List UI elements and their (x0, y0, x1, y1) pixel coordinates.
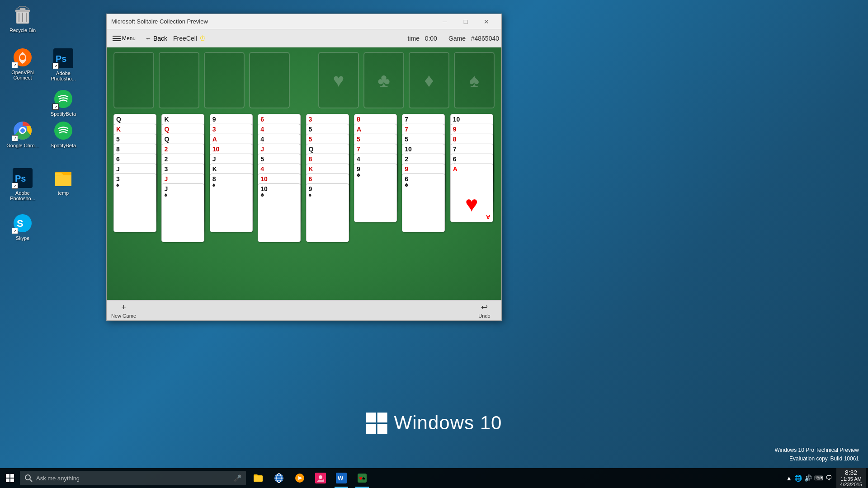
desktop-icon-skype[interactable]: S ↗ Skype (5, 212, 41, 241)
search-icon (24, 474, 33, 482)
card-columns: Q♠ K♥ 5♠ 8♣ 6♠ J♣ (111, 114, 497, 245)
clock-datestr: 4/23/2015 (840, 482, 862, 487)
spotifybeta-label: SpotifyBeta (51, 143, 76, 148)
desktop-icon-chrome[interactable]: ↗ Google Chro... (5, 120, 41, 148)
new-game-button[interactable]: + New Game (111, 303, 136, 319)
back-button[interactable]: ← Back (142, 33, 171, 43)
free-slot-2[interactable] (159, 52, 199, 108)
foundation-clubs[interactable]: ♣ (363, 52, 404, 108)
tray-volume[interactable]: 🔊 (804, 474, 812, 482)
tray-keyboard[interactable]: ⌨ (814, 474, 823, 482)
window-title: Microsoft Solitaire Collection Preview (111, 18, 434, 25)
desktop-icon-adobe2[interactable]: Ps ↗ Adobe Photosho... (5, 167, 41, 201)
adobe2-label: Adobe Photosho... (5, 190, 41, 201)
start-button[interactable] (0, 468, 20, 488)
taskbar-solitaire[interactable]: ♥ ♠ (352, 468, 372, 488)
win10-build-line2: Evaluation copy. Build 10061 (774, 455, 859, 463)
tray-icons: ▲ 🌐 🔊 ⌨ 🗨 (783, 474, 834, 482)
tray-notification[interactable]: 🗨 (826, 474, 832, 482)
tray-arrow[interactable]: ▲ (786, 474, 792, 482)
maximize-icon: □ (464, 18, 467, 25)
free-slot-1[interactable] (113, 52, 154, 108)
close-button[interactable]: ✕ (476, 14, 497, 29)
shortcut-arrow: ↗ (12, 62, 18, 68)
temp-label: temp (58, 190, 69, 196)
game-area: ♥ ♣ ♦ ♠ Q♠ K♥ 5♠ (107, 47, 501, 300)
game-num-value: #4865040 (471, 35, 499, 42)
foundation-diamonds[interactable]: ♦ (409, 52, 449, 108)
card-slots-row: ♥ ♣ ♦ ♠ (111, 52, 497, 108)
svg-rect-25 (10, 479, 14, 482)
adobe2-icon: Ps ↗ (12, 167, 33, 189)
taskbar-search[interactable]: Ask me anything 🎤 (20, 471, 246, 485)
card-9-clubs-c6[interactable]: 9♣ (354, 164, 397, 222)
desktop-icons-col4: SpotifyBeta (45, 120, 81, 148)
desktop-icon-openvpn[interactable]: ↗ OpenVPN Connect (5, 47, 41, 80)
desktop-icons-col3: ↗ Google Chro... (5, 120, 41, 148)
card-J-spades-c2[interactable]: J♠ (161, 183, 204, 242)
chrome-label: Google Chro... (6, 143, 39, 148)
menu-button[interactable]: Menu (109, 34, 139, 43)
foundation-spades[interactable]: ♠ (454, 52, 495, 108)
time-label: time (408, 35, 420, 42)
desktop-icon-photoshop1[interactable]: Ps ↗ Adobe Photosho... (45, 47, 81, 81)
windows10-logo: Windows 10 (366, 412, 502, 434)
desktop-icon-recycle-bin[interactable]: Recycle Bin (5, 5, 41, 33)
tray-network[interactable]: 🌐 (794, 474, 802, 482)
free-slot-3[interactable] (204, 52, 245, 108)
new-game-label: New Game (111, 313, 136, 319)
desktop-icon-spotify2[interactable]: SpotifyBeta (45, 120, 81, 148)
desktop-icons-col6: temp (45, 167, 81, 196)
card-8-spades-c3[interactable]: 8♠ (210, 174, 253, 232)
taskbar-file-explorer[interactable] (248, 468, 268, 488)
card-10-clubs-c4[interactable]: 10♣ (258, 183, 301, 242)
menu-label: Menu (122, 35, 136, 42)
back-label: Back (153, 35, 167, 42)
free-slot-4[interactable] (249, 52, 290, 108)
desktop: Recycle Bin ↗ OpenVPN Connect Ps (0, 0, 868, 488)
window-controls: ─ □ ✕ (434, 14, 497, 29)
photo-icon (315, 473, 326, 483)
crown-icon: ♔ (199, 34, 206, 42)
svg-point-14 (20, 128, 25, 133)
skype-icon: S ↗ (12, 212, 33, 234)
svg-rect-23 (10, 474, 14, 478)
desktop-icons-col7: S ↗ Skype (5, 212, 41, 241)
spotify2-icon (52, 120, 74, 141)
game-label: Game (448, 35, 466, 42)
game-name: FreeCell ♔ (173, 34, 206, 42)
minimize-button[interactable]: ─ (434, 14, 455, 29)
taskbar-photo[interactable] (311, 468, 330, 488)
svg-rect-2 (20, 8, 25, 10)
spotify-icon: ↗ (52, 88, 74, 110)
openvpn-label: OpenVPN Connect (5, 70, 41, 80)
card-A-hearts-c8[interactable]: A ♥ A (450, 164, 493, 222)
win-icon-br (377, 424, 387, 434)
card-9-spades-c5[interactable]: 9♠ (306, 183, 349, 242)
desktop-icon-spotify[interactable]: ↗ SpotifyBeta (45, 88, 81, 117)
clock-area[interactable]: 8:32 11:35 AM 4/23/2015 (836, 468, 866, 488)
maximize-button[interactable]: □ (455, 14, 476, 29)
mic-icon: 🎤 (234, 474, 241, 482)
undo-button[interactable]: ↩ Undo (472, 302, 497, 319)
svg-point-7 (20, 55, 25, 60)
shortcut-arrow4: ↗ (12, 135, 18, 141)
card-column-4: 6♥ 4♥ 4♣ J♥ 5♣ 4♦ (258, 114, 302, 245)
card-column-8: 10♠ 9♥ 8♥ 7♠ 6♣ A (450, 114, 495, 227)
recycle-bin-icon (12, 5, 33, 26)
solitaire-window: Microsoft Solitaire Collection Preview ─… (106, 14, 502, 321)
card-3-spades-c1[interactable]: 3♠ (113, 174, 156, 232)
game-toolbar: Menu ← Back FreeCell ♔ time 0:00 Game #4… (107, 29, 501, 47)
taskbar-media[interactable] (290, 468, 310, 488)
temp-icon (52, 167, 74, 189)
search-placeholder: Ask me anything (36, 475, 80, 482)
desktop-icon-temp[interactable]: temp (45, 167, 81, 196)
taskbar-word[interactable]: W (331, 468, 351, 488)
shortcut-arrow2: ↗ (52, 63, 59, 69)
svg-rect-22 (6, 474, 9, 478)
foundation-hearts[interactable]: ♥ (318, 52, 359, 108)
win-icon-tr (377, 413, 387, 422)
taskbar-ie[interactable] (269, 468, 289, 488)
card-column-3: 9♠ 3♥ A♥ 10♥ J♠ K♠ (210, 114, 254, 231)
card-6-clubs-c7[interactable]: 6♣ (402, 174, 445, 232)
